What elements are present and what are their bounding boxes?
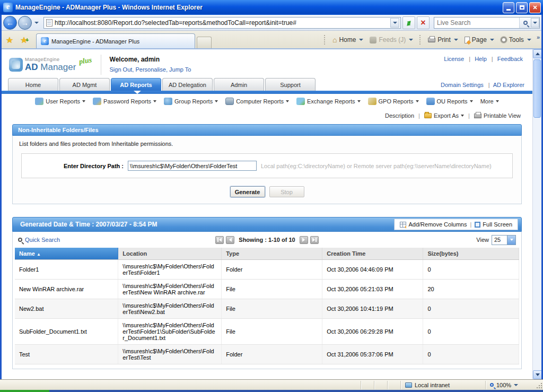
printable-view-button[interactable]: Printable View: [474, 112, 521, 119]
sort-asc-icon: ▲: [37, 252, 41, 257]
help-link[interactable]: Help: [472, 56, 495, 62]
tab-ad-mgmt[interactable]: AD Mgmt: [59, 78, 110, 91]
menu-item-gpo-reports[interactable]: GPO Reports: [368, 98, 419, 105]
print-button[interactable]: Print: [425, 34, 461, 45]
feeds-button[interactable]: Feeds (J): [366, 34, 416, 45]
chevron-down-icon: [215, 100, 218, 102]
first-page-button[interactable]: [215, 236, 224, 244]
column-header-name[interactable]: Name▲: [15, 248, 118, 260]
tab-admin[interactable]: Admin: [214, 78, 264, 91]
domain-settings-link[interactable]: Domain Settings: [439, 82, 492, 88]
next-page-button[interactable]: [300, 236, 308, 244]
add-remove-columns-button[interactable]: Add/Remove Columns: [400, 221, 467, 228]
menu-item-computer-reports[interactable]: Computer Reports: [225, 98, 289, 105]
tab-ad-delegation[interactable]: AD Delegation: [162, 78, 213, 91]
tab-ad-reports[interactable]: AD Reports: [111, 78, 161, 91]
menu-item-group-reports[interactable]: Group Reports: [164, 98, 218, 105]
scroll-down-button[interactable]: [533, 370, 541, 379]
menu-item-ou-reports[interactable]: OU Reports: [426, 98, 473, 105]
table-row[interactable]: New WinRAR archive.rar\\msuresh\c$\MyFol…: [15, 280, 519, 299]
gpo-reports-icon: [368, 98, 376, 105]
computer-reports-icon: [225, 98, 234, 105]
generate-button[interactable]: Generate: [230, 186, 265, 197]
column-header-creation-time[interactable]: Creation Time: [322, 248, 423, 260]
stop-button[interactable]: ×: [417, 16, 430, 29]
jump-to-link[interactable]: Jump To: [169, 66, 191, 73]
toolbar-grip: [324, 35, 326, 45]
cell-type: File: [222, 319, 322, 345]
tab-bar: ★ ★+ e ManageEngine - ADManager Plus ⌂ H…: [0, 31, 543, 49]
url-input[interactable]: [55, 19, 390, 27]
quick-search-link[interactable]: Quick Search: [18, 237, 60, 243]
tab-support[interactable]: Support: [265, 78, 316, 91]
maximize-button[interactable]: [516, 2, 528, 13]
cell-size: 0: [423, 345, 519, 364]
last-page-button[interactable]: [310, 236, 319, 244]
column-header-size[interactable]: Size(bytes): [423, 248, 519, 260]
sign-out-link[interactable]: Sign Out: [110, 66, 136, 73]
scroll-up-button[interactable]: [533, 49, 541, 58]
results-panel: Generated Date & Time : 2007/03/27 - 8:5…: [12, 217, 522, 369]
refresh-button[interactable]: [402, 16, 415, 29]
select-dropdown-button[interactable]: [507, 236, 515, 245]
export-as-button[interactable]: Export As: [424, 112, 464, 119]
chevron-down-icon: [461, 115, 464, 117]
directory-path-input[interactable]: [128, 161, 257, 171]
new-tab-button[interactable]: [197, 37, 212, 48]
prev-page-button[interactable]: [226, 236, 234, 244]
forward-button[interactable]: →: [18, 16, 32, 30]
favorites-button[interactable]: ★: [3, 33, 16, 46]
stop-icon: ×: [421, 19, 425, 27]
toolbar-separator: [419, 35, 422, 45]
menu-item-more[interactable]: More: [480, 98, 499, 104]
cell-name: Test: [15, 345, 118, 364]
feedback-link[interactable]: Feedback: [495, 56, 525, 62]
next-page-icon: [302, 238, 305, 242]
table-row[interactable]: New2.bat\\msuresh\c$\MyFolder\Others\Fol…: [15, 299, 519, 319]
menu-item-user-reports[interactable]: User Reports: [35, 98, 85, 105]
stop-report-button[interactable]: Stop: [269, 186, 304, 197]
page-size-value: 25: [492, 237, 507, 243]
menu-item-password-reports[interactable]: Password Reports: [93, 98, 156, 105]
printer-icon: [474, 114, 481, 118]
search-button[interactable]: [519, 18, 531, 28]
table-row[interactable]: Test\\msuresh\c$\MyFolder\Others\FolderT…: [15, 345, 519, 364]
column-header-location[interactable]: Location: [118, 248, 222, 260]
scrollbar-thumb[interactable]: [533, 59, 541, 118]
table-row[interactable]: SubFolder_Document1.txt\\msuresh\c$\MyFo…: [15, 319, 519, 345]
table-row[interactable]: Folder1\\msuresh\c$\MyFolder\Others\Fold…: [15, 260, 519, 280]
page-viewport: ManageEngine AD Manager plus Welcome, ad…: [2, 49, 541, 379]
search-options-dropdown[interactable]: [531, 18, 539, 28]
page-button[interactable]: Page: [461, 34, 497, 45]
browser-tab[interactable]: e ManageEngine - ADManager Plus: [36, 33, 195, 48]
page-size-select[interactable]: 25: [492, 235, 516, 245]
tools-button[interactable]: Tools: [497, 34, 535, 45]
cell-location: \\msuresh\c$\MyFolder\Others\FolderTest\…: [118, 299, 222, 319]
chevron-down-icon: [153, 100, 156, 102]
license-link[interactable]: License: [442, 56, 472, 62]
ad-explorer-link[interactable]: AD Explorer: [492, 82, 526, 88]
description-link[interactable]: Description: [385, 112, 414, 119]
column-header-type[interactable]: Type: [222, 248, 322, 260]
zoom-control[interactable]: 100%: [485, 381, 536, 389]
recent-pages-dropdown[interactable]: [33, 18, 40, 28]
pagination: Showing : 1-10 of 10: [13, 236, 521, 244]
full-screen-button[interactable]: Full Screen: [475, 221, 512, 228]
tab-home[interactable]: Home: [8, 78, 58, 91]
back-button[interactable]: ←: [3, 16, 17, 30]
add-favorite-button[interactable]: ★+: [18, 33, 31, 46]
url-dropdown-button[interactable]: [390, 18, 399, 28]
refresh-icon: [406, 20, 412, 26]
menu-item-exchange-reports[interactable]: Exchange Reports: [296, 98, 361, 105]
resize-grip[interactable]: [536, 381, 543, 389]
home-button[interactable]: ⌂ Home: [329, 34, 366, 46]
vertical-scrollbar[interactable]: [532, 49, 541, 379]
search-input[interactable]: [437, 19, 519, 27]
minimize-button[interactable]: [503, 2, 514, 13]
menu-label: Password Reports: [103, 98, 151, 104]
print-icon: [428, 38, 435, 42]
toolbar-overflow-button[interactable]: »: [537, 34, 540, 40]
close-button[interactable]: ✕: [529, 2, 541, 13]
gear-icon: [501, 37, 507, 43]
personalise-link[interactable]: Personalise: [135, 66, 169, 73]
